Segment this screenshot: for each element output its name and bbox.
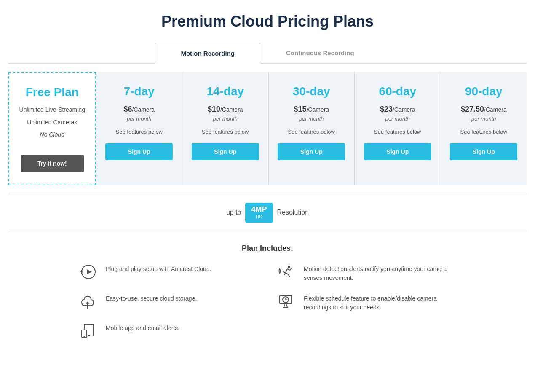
plan-see-features-7day: See features below bbox=[105, 129, 174, 135]
plan-price-14day: $10/Camera bbox=[191, 105, 260, 114]
feature-text-plug-play: Plug and play setup with Amcrest Cloud. bbox=[106, 261, 211, 274]
plan-feature-streaming: Unlimited Live-Streaming bbox=[18, 106, 87, 114]
plan-name-60day: 60-day bbox=[363, 85, 432, 98]
plan-name-90day: 90-day bbox=[449, 85, 519, 98]
plan-card-7day: 7-day $6/Camera per month See features b… bbox=[96, 72, 182, 185]
plan-see-features-90day: See features below bbox=[449, 129, 519, 135]
plan-name-free: Free Plan bbox=[18, 86, 87, 99]
plan-includes-title: Plan Includes: bbox=[8, 244, 527, 253]
resolution-suffix: Resolution bbox=[277, 209, 309, 216]
plan-name-7day: 7-day bbox=[105, 85, 174, 98]
schedule-icon bbox=[276, 291, 297, 312]
feature-text-motion-detect: Motion detection alerts notify you anyti… bbox=[304, 261, 457, 282]
page-title: Premium Cloud Pricing Plans bbox=[8, 13, 527, 30]
feature-item-cloud-storage: Easy-to-use, secure cloud storage. bbox=[78, 291, 259, 312]
plan-price-sub-7day: per month bbox=[105, 115, 174, 122]
plan-price-60day: $23/Camera bbox=[363, 105, 432, 114]
signup-button-60day[interactable]: Sign Up bbox=[364, 143, 431, 160]
plan-price-90day: $27.50/Camera bbox=[449, 105, 519, 114]
plan-see-features-30day: See features below bbox=[277, 129, 346, 135]
signup-button-7day[interactable]: Sign Up bbox=[105, 143, 173, 160]
plan-feature-cloud: No Cloud bbox=[18, 131, 87, 139]
resolution-main: 4MP bbox=[251, 205, 267, 214]
plan-price-7day: $6/Camera bbox=[105, 105, 174, 114]
divider-2 bbox=[8, 231, 527, 231]
tabs-container: Motion Recording Continuous Recording bbox=[8, 43, 527, 64]
plan-price-sub-14day: per month bbox=[191, 115, 260, 122]
tab-motion-recording[interactable]: Motion Recording bbox=[155, 43, 260, 64]
svg-point-3 bbox=[288, 266, 290, 268]
feature-item-schedule: Flexible schedule feature to enable/disa… bbox=[276, 291, 457, 312]
feature-item-mobile-app: Mobile app and email alerts. bbox=[78, 320, 259, 341]
plan-card-60day: 60-day $23/Camera per month See features… bbox=[354, 72, 441, 185]
feature-item-motion-detect: Motion detection alerts notify you anyti… bbox=[276, 261, 457, 282]
plan-price-sub-90day: per month bbox=[449, 115, 519, 122]
plan-feature-cameras: Unlimited Cameras bbox=[18, 118, 87, 127]
plan-card-free: Free Plan Unlimited Live-Streaming Unlim… bbox=[8, 72, 96, 185]
svg-marker-1 bbox=[87, 269, 92, 274]
feature-text-cloud-storage: Easy-to-use, secure cloud storage. bbox=[106, 291, 197, 303]
signup-button-90day[interactable]: Sign Up bbox=[450, 143, 517, 160]
plan-card-14day: 14-day $10/Camera per month See features… bbox=[182, 72, 268, 185]
resolution-badge: 4MP HD bbox=[245, 203, 273, 223]
plan-card-30day: 30-day $15/Camera per month See features… bbox=[268, 72, 355, 185]
feature-item-plug-play: Plug and play setup with Amcrest Cloud. bbox=[78, 261, 259, 282]
signup-button-30day[interactable]: Sign Up bbox=[278, 143, 345, 160]
tab-continuous-recording[interactable]: Continuous Recording bbox=[260, 43, 380, 63]
features-grid: Plug and play setup with Amcrest Cloud. … bbox=[78, 261, 457, 341]
try-it-now-button[interactable]: Try it now! bbox=[21, 155, 84, 172]
svg-point-2 bbox=[81, 271, 83, 273]
plug-play-icon bbox=[78, 261, 99, 282]
motion-detect-icon bbox=[276, 261, 297, 282]
plan-card-90day: 90-day $27.50/Camera per month See featu… bbox=[441, 72, 527, 185]
plan-name-30day: 30-day bbox=[277, 85, 346, 98]
plan-name-14day: 14-day bbox=[191, 85, 260, 98]
resolution-sub: HD bbox=[251, 214, 267, 220]
mobile-app-icon bbox=[78, 320, 99, 341]
cloud-storage-icon bbox=[78, 291, 99, 312]
resolution-row: up to 4MP HD Resolution bbox=[8, 203, 527, 223]
plan-see-features-60day: See features below bbox=[363, 129, 432, 135]
resolution-prefix: up to bbox=[226, 209, 241, 216]
plan-see-features-14day: See features below bbox=[191, 129, 260, 135]
feature-text-mobile-app: Mobile app and email alerts. bbox=[106, 320, 179, 333]
plan-price-sub-60day: per month bbox=[363, 115, 432, 122]
signup-button-14day[interactable]: Sign Up bbox=[192, 143, 259, 160]
plan-price-sub-30day: per month bbox=[277, 115, 346, 122]
divider-1 bbox=[8, 194, 527, 194]
plan-price-30day: $15/Camera bbox=[277, 105, 346, 114]
plans-row: Free Plan Unlimited Live-Streaming Unlim… bbox=[8, 72, 527, 185]
feature-text-schedule: Flexible schedule feature to enable/disa… bbox=[304, 291, 457, 312]
